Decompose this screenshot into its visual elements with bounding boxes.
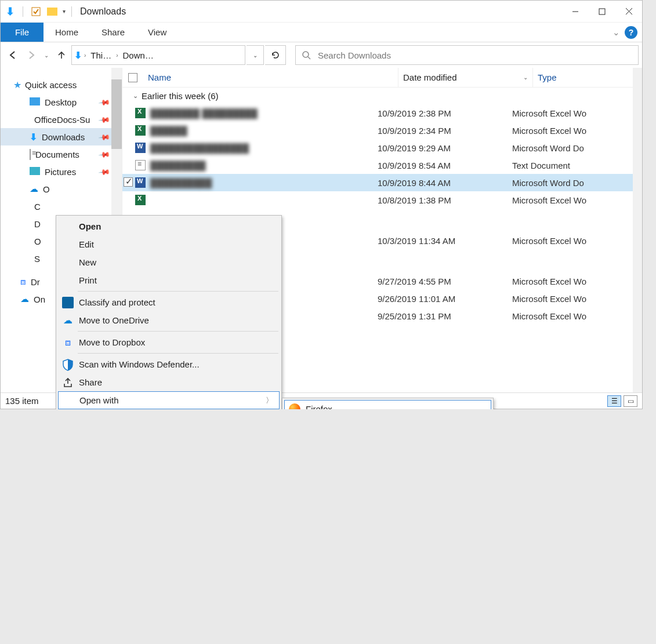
search-box[interactable]: Search Downloads [295, 45, 639, 65]
file-type: Microsoft Excel Wo [512, 195, 642, 205]
tab-view[interactable]: View [136, 23, 178, 42]
dropbox-icon: ⧈ [61, 336, 74, 349]
file-list-scrollbar[interactable] [633, 68, 642, 392]
qat-folder-icon[interactable] [46, 6, 58, 17]
sidebar-item-downloads[interactable]: ⬇Downloads📌 [1, 128, 122, 145]
pic-icon [30, 167, 40, 177]
firefox-icon [288, 403, 301, 410]
back-button[interactable] [4, 46, 21, 64]
view-details-button[interactable]: ☰ [607, 395, 621, 407]
chevron-icon[interactable]: › [83, 52, 87, 59]
file-type: Microsoft Excel Wo [512, 108, 642, 118]
file-row[interactable]: ██████10/9/2019 2:34 PMMicrosoft Excel W… [122, 122, 642, 139]
search-icon [302, 50, 311, 60]
defender-icon [61, 358, 74, 371]
menu-share[interactable]: Share [58, 373, 280, 391]
txt-icon [122, 160, 148, 170]
context-menu: OpenEditNewPrintClassify and protect☁Mov… [56, 215, 282, 409]
pin-icon: 📌 [98, 96, 111, 108]
excel-icon [122, 125, 148, 136]
menu-open-with[interactable]: Open with〉 [58, 391, 280, 409]
sidebar-item-c[interactable]: C [1, 198, 122, 215]
location-icon: ⬇ [74, 50, 82, 61]
recent-dropdown[interactable]: ⌄ [41, 46, 52, 64]
file-date: 9/25/2019 1:31 PM [378, 311, 512, 321]
tab-share[interactable]: Share [90, 23, 136, 42]
download-icon: ⬇ [30, 132, 37, 143]
row-checkbox[interactable]: ✓ [124, 177, 133, 187]
sidebar-item-label: C [34, 202, 41, 212]
file-type: Text Document [512, 161, 642, 170]
svg-rect-2 [599, 9, 605, 14]
item-count: 135 item [5, 396, 39, 406]
file-type: Microsoft Word Do [512, 178, 642, 188]
file-date: 10/9/2019 2:34 PM [378, 126, 512, 136]
svg-point-5 [303, 52, 309, 57]
file-type: Microsoft Excel Wo [512, 294, 642, 304]
refresh-button[interactable] [265, 45, 286, 65]
file-name: ████████████████ [148, 143, 378, 153]
sidebar-item-label: D [34, 219, 41, 229]
menu-firefox[interactable]: Firefox [284, 400, 491, 409]
menu-scan-with-windows-defender-[interactable]: Scan with Windows Defender... [58, 355, 280, 373]
desktop-icon [30, 97, 40, 107]
crumb-this-pc[interactable]: Thi… [88, 50, 114, 60]
sidebar-item-label: O [43, 184, 50, 194]
menu-move-to-dropbox[interactable]: ⧈Move to Dropbox [58, 333, 280, 351]
group-label: Earlier this week (6) [142, 91, 219, 101]
menu-new[interactable]: New [58, 253, 280, 271]
qat-properties-icon[interactable] [30, 6, 42, 17]
sidebar-item-desktop[interactable]: Desktop📌 [1, 93, 122, 111]
sidebar-item-label: On [34, 294, 45, 304]
menu-classify-and-protect[interactable]: Classify and protect [58, 293, 280, 311]
svg-line-6 [308, 57, 310, 59]
pin-icon: 📌 [98, 130, 111, 143]
file-row[interactable]: ████████████████10/9/2019 9:29 AMMicroso… [122, 139, 642, 157]
col-date[interactable]: Date modified⌄ [398, 68, 533, 87]
shield-blue-icon [61, 296, 74, 309]
file-row[interactable]: ████████ █████████10/9/2019 2:38 PMMicro… [122, 104, 642, 122]
sidebar-scroll-thumb[interactable] [111, 79, 122, 149]
maximize-button[interactable] [589, 2, 615, 21]
close-button[interactable] [615, 2, 642, 21]
tab-home[interactable]: Home [44, 23, 90, 42]
onedrive-icon: ☁ [30, 184, 38, 194]
sidebar-item-label: S [34, 254, 40, 264]
file-row[interactable]: █████████10/9/2019 8:54 AMText Document [122, 157, 642, 174]
file-row[interactable]: ✓██████████10/9/2019 8:44 AMMicrosoft Wo… [122, 174, 642, 191]
sidebar-item-pictures[interactable]: Pictures📌 [1, 163, 122, 180]
select-all-checkbox[interactable] [128, 73, 137, 82]
menu-move-to-onedrive[interactable]: ☁Move to OneDrive [58, 311, 280, 329]
qat-dropdown-icon[interactable]: ▾ [63, 8, 66, 14]
sidebar-item-documents[interactable]: Documents📌 [1, 145, 122, 163]
sidebar-item-label: Dr [31, 277, 40, 287]
address-bar[interactable]: ⬇ › Thi… › Downl… [71, 45, 245, 65]
quick-access-header[interactable]: ★ Quick access [1, 76, 122, 93]
menu-edit[interactable]: Edit [58, 235, 280, 253]
dropbox-icon: ⧈ [20, 276, 26, 287]
menu-print[interactable]: Print [58, 271, 280, 289]
col-type[interactable]: Type [533, 68, 642, 87]
col-name[interactable]: Name [143, 68, 398, 87]
menu-label: Open with [79, 395, 119, 405]
group-header[interactable]: ⌄ Earlier this week (6) [122, 88, 642, 104]
crumb-downloads[interactable]: Downl… [121, 50, 158, 60]
chevron-icon[interactable]: › [115, 52, 119, 59]
explorer-window: ⬇ ▾ Downloads File Home Share View ⌄ ? ⌄ [0, 0, 643, 409]
help-button[interactable]: ? [625, 26, 637, 39]
minimize-button[interactable] [562, 2, 589, 21]
file-tab[interactable]: File [1, 23, 44, 42]
view-thumbnails-button[interactable]: ▭ [624, 395, 637, 407]
file-date: 9/26/2019 11:01 AM [378, 294, 512, 304]
file-row[interactable]: 10/8/2019 1:38 PMMicrosoft Excel Wo [122, 191, 642, 209]
sidebar-item-officedocs-su[interactable]: OfficeDocs-Su📌 [1, 111, 122, 128]
up-button[interactable] [53, 46, 70, 64]
pin-icon: 📌 [98, 165, 111, 178]
forward-button[interactable] [23, 46, 40, 64]
file-date: 10/9/2019 8:44 AM [378, 178, 512, 188]
sidebar-item-o[interactable]: ☁O [1, 180, 122, 198]
menu-open[interactable]: Open [58, 217, 280, 235]
address-dropdown[interactable]: ⌄ [247, 45, 264, 65]
ribbon-expand-icon[interactable]: ⌄ [612, 27, 620, 38]
sidebar-item-label: Downloads [42, 132, 85, 142]
